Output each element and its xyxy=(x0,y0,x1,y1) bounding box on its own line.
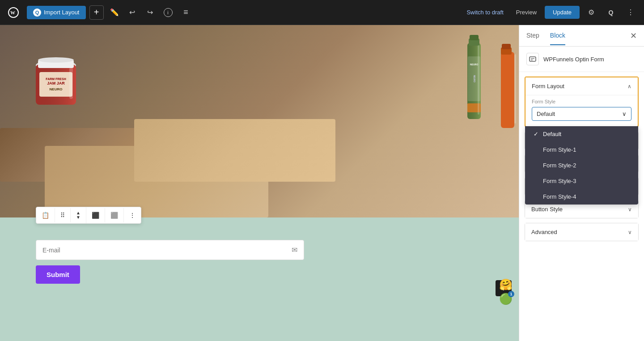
import-layout-label: Import Layout xyxy=(44,9,80,16)
undo-button[interactable]: ↩ xyxy=(125,5,140,20)
chevron-down-icon-advanced: ∨ xyxy=(628,229,632,235)
section-advanced: Advanced ∨ xyxy=(525,223,639,241)
canvas-area: FARM FRESH JAM JAR NEURO xyxy=(0,25,519,341)
block-title-label: WPFunnels Optin Form xyxy=(543,56,604,63)
drag-icon: ⠿ xyxy=(60,212,65,219)
section-form-layout: Form Layout ∧ Form Style Default ∨ xyxy=(525,77,639,127)
info-icon: i xyxy=(164,8,173,17)
redo-button[interactable]: ↪ xyxy=(143,5,157,20)
dropdown-item-style1[interactable]: Form Style-1 xyxy=(525,142,638,158)
panel-close-button[interactable]: ✕ xyxy=(630,32,637,40)
email-icon: ✉ xyxy=(292,246,297,254)
svg-rect-11 xyxy=(69,68,73,99)
close-icon: ✕ xyxy=(630,31,637,40)
form-style-label: Form Style xyxy=(532,99,631,104)
svg-rect-21 xyxy=(501,52,514,128)
align-center-icon: ⬛ xyxy=(110,212,118,219)
search-user-button[interactable]: Q xyxy=(603,4,619,21)
section-advanced-title: Advanced xyxy=(531,229,557,235)
svg-rect-15 xyxy=(470,35,479,40)
svg-point-6 xyxy=(38,57,74,63)
block-type-button[interactable]: 📋 xyxy=(36,208,55,222)
block-more-options[interactable]: ⋮ xyxy=(124,208,141,222)
block-drag-handle[interactable]: ⠿ xyxy=(55,208,71,222)
form-style-dropdown: ✓ Default Form Style-1 Form Style-2 Form… xyxy=(525,126,638,205)
preview-label: Preview xyxy=(516,9,537,16)
form-style-row: Form Style Default ∨ xyxy=(525,95,638,126)
dots-icon: ⋮ xyxy=(627,8,634,17)
block-move-up-down[interactable]: ▲▼ xyxy=(71,207,86,223)
list-button[interactable]: ≡ xyxy=(179,5,193,20)
import-layout-button[interactable]: Q Import Layout xyxy=(27,6,86,19)
svg-text:FARM FRESH: FARM FRESH xyxy=(46,77,66,81)
align-center-button[interactable]: ⬛ xyxy=(105,208,124,222)
section-advanced-header[interactable]: Advanced ∨ xyxy=(525,223,638,241)
panel-block-title-row: WPFunnels Optin Form xyxy=(519,47,644,72)
section-button-style-title: Button Style xyxy=(531,206,563,213)
svg-text:NEURO: NEURO xyxy=(470,63,478,66)
svg-rect-19 xyxy=(478,45,479,115)
add-block-toolbar-button[interactable]: + xyxy=(89,5,104,20)
dropdown-item-style3[interactable]: Form Style-3 xyxy=(525,173,638,189)
panel-sections: Form Layout ∧ Form Style Default ∨ xyxy=(519,72,644,341)
tab-block[interactable]: Block xyxy=(550,26,565,45)
preview-button[interactable]: Preview xyxy=(512,6,541,18)
switch-to-draft-button[interactable]: Switch to draft xyxy=(462,6,508,18)
more-options-button[interactable]: ⋮ xyxy=(623,4,639,21)
email-input[interactable] xyxy=(42,247,292,254)
svg-rect-24 xyxy=(514,54,516,124)
block-type-icon: 📋 xyxy=(42,212,49,219)
neuro-bottle: NEURO NEURO xyxy=(456,30,492,128)
hero-image-section: FARM FRESH JAM JAR NEURO xyxy=(0,25,519,217)
form-style-select-value: Default xyxy=(537,111,555,117)
svg-rect-23 xyxy=(502,44,511,49)
section-form-layout-title: Form Layout xyxy=(532,83,564,90)
update-label: Update xyxy=(553,9,572,16)
info-button[interactable]: i xyxy=(161,5,175,20)
submit-label: Submit xyxy=(47,271,69,278)
main-toolbar: W Q Import Layout + ✏️ ↩ ↪ i ≡ Switch to… xyxy=(0,0,644,25)
chevron-down-icon-button: ∨ xyxy=(628,206,632,213)
tab-step[interactable]: Step xyxy=(526,26,539,45)
dropdown-item-style4[interactable]: Form Style-4 xyxy=(525,189,638,205)
settings-button[interactable]: ⚙ xyxy=(583,4,599,21)
gear-icon: ⚙ xyxy=(588,8,594,17)
chevron-up-icon: ∧ xyxy=(627,83,631,90)
svg-text:NEURO: NEURO xyxy=(473,75,475,83)
add-icon: + xyxy=(94,7,99,17)
submit-button[interactable]: Submit xyxy=(36,265,80,284)
chevron-down-icon: ∨ xyxy=(622,111,627,117)
optin-form: ✉ Submit xyxy=(36,217,304,284)
stone-block-right xyxy=(134,119,335,182)
form-style-select[interactable]: Default ∨ xyxy=(532,107,631,121)
switch-draft-label: Switch to draft xyxy=(466,9,503,16)
email-input-row[interactable]: ✉ xyxy=(36,240,304,260)
emoji-area: 🤗 🟢 1 xyxy=(499,278,513,305)
block-floating-toolbar: 📋 ⠿ ▲▼ ⬛ ⬛ ⋮ xyxy=(36,207,141,224)
main-area: FARM FRESH JAM JAR NEURO xyxy=(0,25,644,341)
user-search-icon: Q xyxy=(609,9,614,16)
svg-text:W: W xyxy=(10,10,15,15)
section-form-layout-header[interactable]: Form Layout ∧ xyxy=(525,77,638,95)
svg-text:JAM JAR: JAM JAR xyxy=(47,81,65,85)
arrows-icon: ▲▼ xyxy=(76,211,80,220)
check-icon: ✓ xyxy=(532,131,539,137)
jam-jar: FARM FRESH JAM JAR NEURO xyxy=(27,47,85,119)
emoji-hug: 🤗 xyxy=(499,278,513,291)
more-dots-icon: ⋮ xyxy=(129,212,136,219)
svg-rect-25 xyxy=(530,57,536,61)
canvas-bottom: 📋 ⠿ ▲▼ ⬛ ⬛ ⋮ xyxy=(0,217,519,341)
align-left-icon: ⬛ xyxy=(92,212,99,219)
neuro-bottle-2 xyxy=(496,38,519,128)
dropdown-item-default[interactable]: ✓ Default xyxy=(525,126,638,142)
right-panel: Step Block ✕ WPFunnels Optin Form xyxy=(519,25,644,341)
dropdown-item-style2[interactable]: Form Style-2 xyxy=(525,158,638,173)
svg-text:NEURO: NEURO xyxy=(50,87,63,91)
wp-logo[interactable]: W xyxy=(5,4,21,21)
block-icon xyxy=(526,53,539,65)
pen-button[interactable]: ✏️ xyxy=(107,5,122,20)
align-left-button[interactable]: ⬛ xyxy=(86,208,105,222)
redo-icon: ↪ xyxy=(147,8,153,17)
update-button[interactable]: Update xyxy=(545,6,580,19)
notification-badge: 1 xyxy=(508,291,514,297)
